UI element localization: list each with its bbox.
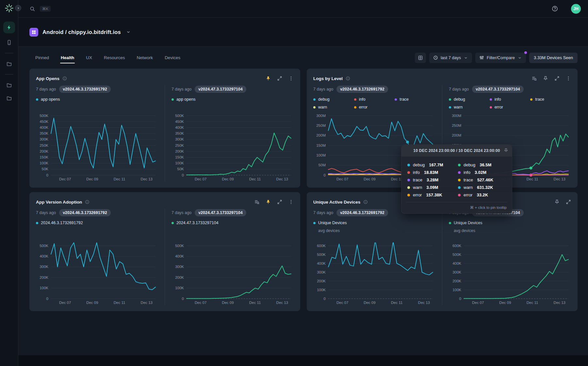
version-chip[interactable]: v2024.47.3.1733297104 <box>195 86 246 93</box>
legend-item[interactable]: Unique Devices <box>449 219 571 227</box>
line-chart[interactable]: 500K400K300K200K100K0Dec 07Dec 09Dec 11D… <box>172 242 294 305</box>
chart-panel: 7 days agov2024.47.3.1733297104Unique De… <box>442 208 571 305</box>
legend-item[interactable]: error <box>490 103 531 111</box>
svg-text:500K: 500K <box>40 244 48 248</box>
line-chart[interactable]: 600K500K400K300K200K100K0Dec 07Dec 09Dec… <box>449 242 571 305</box>
help-icon[interactable] <box>552 6 558 12</box>
legend-item[interactable]: info <box>490 95 531 103</box>
svg-text:300K: 300K <box>317 270 326 274</box>
chart-area[interactable]: 600K500K400K300K200K100K0Dec 07Dec 09Dec… <box>449 242 571 305</box>
tab-ux[interactable]: UX <box>80 47 98 69</box>
legend-item[interactable]: error <box>354 103 395 111</box>
expand-icon[interactable] <box>277 199 282 205</box>
sidebar-item-devices[interactable] <box>3 37 15 48</box>
series-dot <box>458 186 461 189</box>
tab-network[interactable]: Network <box>131 47 159 69</box>
pin-tooltip-icon[interactable] <box>504 148 508 153</box>
pin-icon[interactable] <box>543 76 548 81</box>
line-chart[interactable]: 500K400K300K200K100K0Dec 07Dec 09Dec 11D… <box>36 242 158 305</box>
legend-dot <box>449 222 451 224</box>
tab-devices[interactable]: Devices <box>159 47 186 69</box>
version-chip[interactable]: v2024.47.3.1733297104 <box>195 209 246 216</box>
kebab-menu-icon[interactable] <box>566 76 571 81</box>
legend-item[interactable]: 2024.47.3.1733297104 <box>172 219 294 227</box>
filter-compare-dropdown[interactable]: Filter/Compare <box>475 53 526 63</box>
tooltip-row: error157.38K <box>407 191 455 199</box>
sidebar-item-folder-1[interactable] <box>3 58 15 70</box>
info-icon[interactable] <box>363 200 368 204</box>
legend-item[interactable]: app opens <box>172 95 294 103</box>
kebab-menu-icon[interactable] <box>288 76 294 81</box>
legend-item[interactable]: debug <box>313 95 354 103</box>
search-shortcut[interactable]: ⌘K <box>40 6 51 12</box>
chart-area[interactable]: 500K450K400K350K300K250K200K150K100K50K0… <box>172 112 294 182</box>
legend-item[interactable]: avg devices <box>449 227 571 235</box>
sidebar-collapse-button[interactable] <box>15 5 21 11</box>
sidebar-item-folder-3[interactable] <box>3 92 15 104</box>
info-icon[interactable] <box>346 76 350 81</box>
sidebar-divider <box>5 53 13 53</box>
svg-text:Dec 09: Dec 09 <box>86 301 98 305</box>
line-chart[interactable]: 500K450K400K350K300K250K200K150K100K50K0… <box>172 112 294 182</box>
legend-item[interactable]: 2024.46.3.1732691792 <box>36 219 158 227</box>
tooltip-column: debug167.7Minfo18.83Mtrace3.28Mwarn3.09M… <box>407 161 455 199</box>
line-chart[interactable]: 500K450K400K350K300K250K200K150K100K50K0… <box>36 112 158 182</box>
svg-text:500K: 500K <box>175 244 184 248</box>
info-icon[interactable] <box>62 76 67 81</box>
chevron-down-icon[interactable] <box>126 29 131 35</box>
legend-item[interactable]: Unique Devices <box>313 219 435 227</box>
version-chip[interactable]: v2024.46.3.1732691792 <box>59 209 111 216</box>
svg-text:100M: 100M <box>316 153 326 157</box>
chart-area[interactable]: 600K500K400K300K200K100K0Dec 07Dec 09Dec… <box>313 242 435 305</box>
line-chart[interactable]: 600K500K400K300K200K100K0Dec 07Dec 09Dec… <box>313 242 435 305</box>
version-chip[interactable]: v2024.46.3.1732691792 <box>59 86 111 93</box>
tab-pinned[interactable]: Pinned <box>29 47 55 69</box>
legend-item[interactable]: avg devices <box>313 227 435 235</box>
svg-text:600K: 600K <box>317 244 326 248</box>
series-label: warn <box>413 185 422 190</box>
pin-icon[interactable] <box>266 76 271 81</box>
svg-text:0: 0 <box>46 297 48 301</box>
layout-grid-button[interactable] <box>415 53 426 63</box>
kebab-menu-icon[interactable] <box>288 199 294 205</box>
chart-panel: 7 days agov2024.46.3.1732691792app opens… <box>36 85 158 182</box>
legend-dot <box>354 106 356 108</box>
sidebar-item-dashboards[interactable] <box>3 22 15 33</box>
time-range-dropdown[interactable]: last 7 days <box>429 53 472 63</box>
legend-item[interactable]: app opens <box>36 95 158 103</box>
legend-item[interactable]: trace <box>530 95 571 103</box>
tab-health[interactable]: Health <box>55 47 80 69</box>
tab-resources[interactable]: Resources <box>98 47 131 69</box>
chart-area[interactable]: 500K400K300K200K100K0Dec 07Dec 09Dec 11D… <box>36 242 158 305</box>
pin-icon[interactable] <box>266 199 271 205</box>
tooltip-row: trace527.46K <box>458 176 506 184</box>
bitdrift-logo-icon[interactable] <box>4 3 14 13</box>
version-chip[interactable]: v2024.47.3.1733297104 <box>472 86 524 93</box>
sidebar-item-folder-2[interactable] <box>3 79 15 91</box>
legend-label: warn <box>318 105 327 109</box>
legend-item[interactable]: warn <box>449 103 490 111</box>
chart-area[interactable]: 500K400K300K200K100K0Dec 07Dec 09Dec 11D… <box>172 242 294 305</box>
svg-text:Dec 13: Dec 13 <box>418 301 430 305</box>
svg-text:Dec 11: Dec 11 <box>114 177 125 181</box>
avatar[interactable]: JH <box>571 4 581 14</box>
filter-compare-label: Filter/Compare <box>487 55 515 60</box>
expand-icon[interactable] <box>277 76 282 81</box>
chart-area[interactable]: 500K450K400K350K300K250K200K150K100K50K0… <box>36 112 158 182</box>
svg-text:200K: 200K <box>452 279 461 283</box>
legend-item[interactable]: warn <box>313 103 354 111</box>
expand-icon[interactable] <box>566 199 571 205</box>
pin-icon[interactable] <box>554 199 560 205</box>
devices-seen-badge[interactable]: 3.33M Devices Seen <box>529 53 578 63</box>
list-search-icon[interactable] <box>531 76 537 81</box>
list-search-icon[interactable] <box>254 199 259 205</box>
chart-legend: debuginfotracewarnerror <box>449 95 571 111</box>
legend-item[interactable]: trace <box>395 95 435 103</box>
legend-item[interactable]: info <box>354 95 395 103</box>
info-icon[interactable] <box>85 200 90 204</box>
version-chip[interactable]: v2024.46.3.1732691792 <box>336 209 388 216</box>
search-icon[interactable] <box>29 6 35 12</box>
expand-icon[interactable] <box>554 76 560 81</box>
version-chip[interactable]: v2024.46.3.1732691792 <box>336 86 388 93</box>
legend-item[interactable]: debug <box>449 95 490 103</box>
